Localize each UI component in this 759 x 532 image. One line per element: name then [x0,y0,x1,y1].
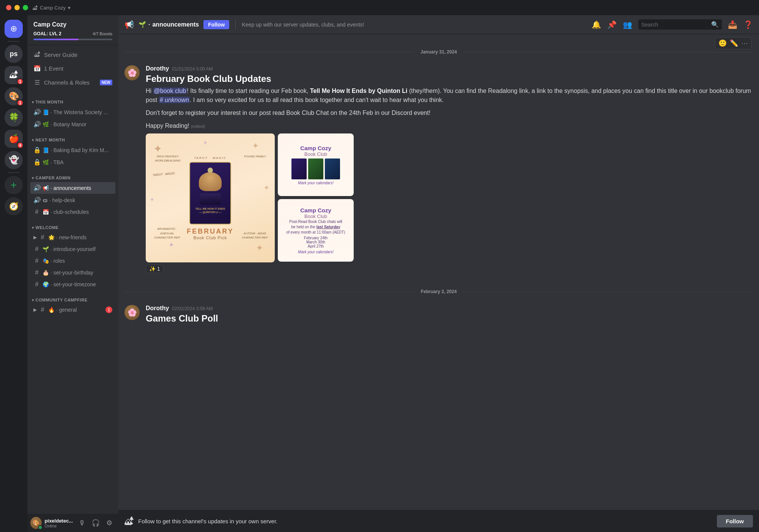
category-next-month-header[interactable]: ▾ NEXT MONTH [30,136,115,144]
tarot-image[interactable]: ✦ ✦ ✦ ✦ ✦ ✦ ✦ TAROT · MAGIC [146,133,275,262]
sidebar-item-server-guide[interactable]: 🏕 Server Guide [30,48,115,61]
camp-cozy-image-1[interactable]: Camp Cozy Book Club Mark your calendars! [278,133,354,196]
message-avatar-2[interactable]: 🌸 [124,305,140,320]
message-avatar-1[interactable]: 🌸 [124,65,140,80]
tarot-card-inner: TELL ME HOW IT ENDS— QUINTON LI — [189,162,231,224]
explore-servers-icon[interactable]: 🧭 [5,197,23,215]
lock-icon: 🔒 [33,146,40,154]
tarot-card: TAROT · MAGIC TELL ME HOW IT ENDS— QUINT… [187,156,233,240]
channel-announcements[interactable]: 🔊 📢 · announcements 👤+ [30,182,115,194]
hashtag-unknown[interactable]: # unknown [159,97,190,103]
headphones-icon[interactable]: 🎧 [90,517,102,529]
channel-emoji: 🌱 [139,21,146,28]
topbar-channel-name: · [148,21,150,28]
topbar-channel-name-text: announcements [152,21,199,28]
reaction-button[interactable]: ✨ 1 [146,265,164,273]
message-author-2[interactable]: Dorothy [146,305,169,312]
members-icon[interactable]: 👥 [623,20,632,29]
body-text-before-mention: Hi [146,88,153,94]
main-content: 📢 🌱 · announcements Follow Keep up with … [118,15,759,532]
category-community-campfire-header[interactable]: ▾ COMMUNITY CAMPFIRE [30,296,115,304]
channel-club-schedules[interactable]: # 📅 · club-schedules [30,206,115,218]
settings-icon[interactable]: ⚙ [103,517,115,529]
bottom-follow-button[interactable]: Follow [717,515,753,527]
tarot-top-label: TAROT · MAGIC [194,156,226,160]
card-moon [208,168,213,173]
channel-wisteria-society[interactable]: 🔊 📘 · The Wisteria Society ... [30,106,115,118]
follow-channel-button[interactable]: Follow [203,20,229,29]
message-header-2: Dorothy 02/02/2024 3:58 AM [146,305,753,312]
category-welcome-header[interactable]: ▾ WELCOME [30,224,115,231]
titlebar: 🏕 Camp Cozy ▾ [0,0,759,15]
category-this-month-header[interactable]: ▾ THIS MONTH [30,98,115,106]
add-server-icon[interactable]: + [5,176,23,194]
megaphone-icon: 📢 [124,20,134,29]
annotation-autism: AUTISM · ADHDCHARACTER REP [239,231,271,240]
help-icon[interactable]: ❓ [743,20,753,29]
dropdown-chevron-icon[interactable]: ▾ [68,5,71,11]
bell-icon[interactable]: 🔔 [592,20,601,29]
channel-tba[interactable]: 🔒 🌿 · TBA [30,156,115,168]
hash-icon: # [33,209,40,215]
notification-badge-general: 1 [106,306,112,313]
book-club-pick-label: Book Club Pick [194,235,227,240]
close-button[interactable] [6,5,11,10]
channel-help-desk[interactable]: 🔊 🎟 · help-desk [30,194,115,206]
category-camper-admin: ▾ CAMPER ADMIN 🔊 📢 · announcements 👤+ 🔊 … [30,174,115,218]
lock-icon-2: 🔒 [33,159,40,166]
pin-icon[interactable]: 📌 [607,20,617,29]
post-read-block: Camp Cozy Book Club Post-Read Book Club … [278,199,354,262]
channel-general[interactable]: ▶ # 🔥 · general 1 [30,304,115,315]
camp-cozy-image-2[interactable]: Camp Cozy Book Club Post-Read Book Club … [278,199,354,262]
server-icon-apple[interactable]: 🍎 4 [5,130,23,148]
last-saturday-text: last Saturday [317,225,340,229]
channel-set-your-birthday[interactable]: # 🎂 · set-your-birthday [30,267,115,278]
server-icon-colorful[interactable]: 🎨 1 [5,87,23,105]
message-1: 🌸 Dorothy 01/31/2024 5:00 AM February Bo… [118,61,759,275]
images-column-right: Camp Cozy Book Club Mark your calendars! [278,133,354,262]
search-input[interactable] [641,22,708,28]
server-icon-camp[interactable]: 🏕 1 [5,66,23,84]
sidebar-item-event[interactable]: 📅 1 Event [30,62,115,75]
channel-new-friends[interactable]: ▶ # 🌟 · new-friends [30,232,115,243]
channel-baking-bad[interactable]: 🔒 📘 · Baking Bad by Kim M... [30,144,115,156]
speaker-icon: 🔊 [33,108,40,116]
topbar: 📢 🌱 · announcements Follow Keep up with … [118,15,759,34]
channel-introduce-yourself[interactable]: # 🌱 · introduce-yourself [30,243,115,255]
channel-set-your-timezone[interactable]: # 🌍 · set-your-timezone [30,279,115,290]
server-title-bar: 🏕 Camp Cozy ▾ [33,5,71,11]
category-camper-admin-header[interactable]: ▾ CAMPER ADMIN [30,174,115,182]
more-options-icon[interactable]: ⋯ [741,39,748,47]
chevron-down-icon: ▾ [32,100,34,104]
mention-book-club[interactable]: @book club [153,88,187,94]
category-next-month: ▾ NEXT MONTH 🔒 📘 · Baking Bad by Kim M..… [30,136,115,168]
svg-text:✦: ✦ [153,143,162,155]
server-icon-clover[interactable]: 🍀 [5,108,23,127]
annotation-rich-fantasy: RICH FANTASYWORLDBUILDING [153,154,183,163]
boost-count[interactable]: 4/7 Boosts [93,31,112,36]
search-icon: 🔍 [711,21,719,28]
edit-icon[interactable]: ✏️ [730,39,738,47]
discord-home-icon[interactable]: ⊕ [5,20,23,38]
chevron-down-icon-3: ▾ [32,176,34,180]
emoji-icon[interactable]: 🙂 [718,39,727,47]
edited-marker: (edited) [191,124,205,129]
microphone-icon[interactable]: 🎙 [76,517,88,529]
minimize-button[interactable] [14,5,20,10]
category-community-campfire: ▾ COMMUNITY CAMPFIRE ▶ # 🔥 · general 1 [30,296,115,315]
channel-roles[interactable]: # 🎭 · roles [30,255,115,267]
book-cover-3 [325,159,340,179]
inbox-icon[interactable]: 📥 [728,20,737,29]
boost-progress-bar [33,39,112,40]
search-bar[interactable]: 🔍 [638,19,722,30]
server-icon-ps[interactable]: ps [5,45,23,63]
message-author-1[interactable]: Dorothy [146,65,169,72]
camp-cozy-title-1: Camp Cozy [300,145,331,151]
server-icon-ghost[interactable]: 👻 [5,151,23,169]
channel-botany-manor[interactable]: 🔊 🌿 · Botany Manor [30,118,115,130]
svg-text:✦: ✦ [252,141,259,151]
maximize-button[interactable] [23,5,28,10]
message-title-1: February Book Club Updates [146,74,753,84]
server-icon-small: 🏕 [33,5,38,11]
sidebar-item-channels-roles[interactable]: ☰ Channels & Roles NEW [30,76,115,89]
